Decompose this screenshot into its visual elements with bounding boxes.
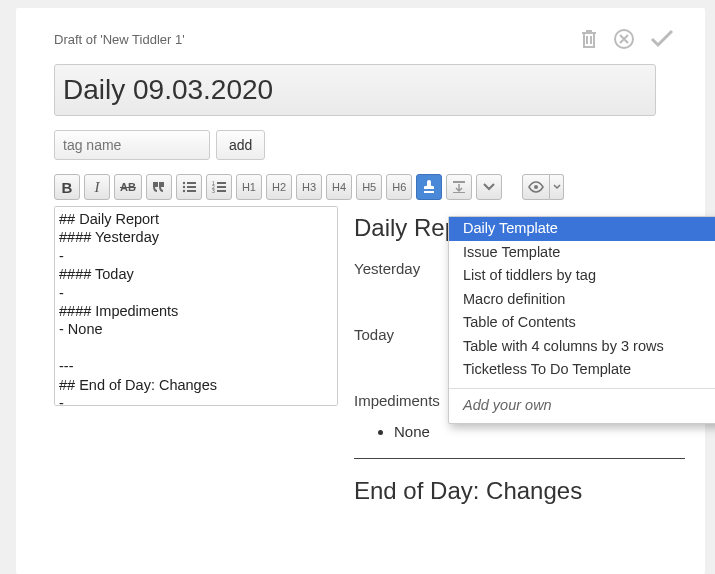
action-icons xyxy=(579,28,675,50)
preview-eod-title: End of Day: Changes xyxy=(354,477,685,505)
preview-eod-list: . xyxy=(354,523,685,540)
svg-rect-10 xyxy=(217,186,226,188)
more-button[interactable] xyxy=(476,174,502,200)
cancel-icon[interactable] xyxy=(613,28,635,50)
stamp-dropdown: Daily Template Issue Template List of ti… xyxy=(448,216,715,424)
dropdown-item-toc[interactable]: Table of Contents xyxy=(449,311,715,335)
h1-button[interactable]: H1 xyxy=(236,174,262,200)
dropdown-add-your-own[interactable]: Add your own xyxy=(449,389,715,423)
dropdown-item-table-4x3[interactable]: Table with 4 columns by 3 rows xyxy=(449,335,715,359)
svg-point-1 xyxy=(183,182,185,184)
svg-rect-15 xyxy=(453,192,465,193)
dropdown-item-issue-template[interactable]: Issue Template xyxy=(449,241,715,265)
svg-rect-12 xyxy=(217,190,226,192)
quote-button[interactable] xyxy=(146,174,172,200)
delete-icon[interactable] xyxy=(579,28,599,50)
draft-header-row: Draft of 'New Tiddler 1' xyxy=(54,20,705,58)
svg-rect-6 xyxy=(187,190,196,192)
h6-button[interactable]: H6 xyxy=(386,174,412,200)
confirm-icon[interactable] xyxy=(649,28,675,50)
dropdown-item-ticketless-todo[interactable]: Ticketless To Do Template xyxy=(449,358,715,382)
dropdown-item-daily-template[interactable]: Daily Template xyxy=(449,217,715,241)
draft-label: Draft of 'New Tiddler 1' xyxy=(54,32,185,47)
h3-button[interactable]: H3 xyxy=(296,174,322,200)
preview-divider xyxy=(354,458,685,459)
svg-rect-4 xyxy=(187,186,196,188)
svg-text:3: 3 xyxy=(212,188,215,193)
preview-impediments-list: None xyxy=(354,423,685,440)
svg-rect-2 xyxy=(187,182,196,184)
preview-eye-button[interactable] xyxy=(522,174,550,200)
dropdown-item-macro-definition[interactable]: Macro definition xyxy=(449,288,715,312)
h5-button[interactable]: H5 xyxy=(356,174,382,200)
add-tag-button[interactable]: add xyxy=(216,130,265,160)
svg-rect-14 xyxy=(453,181,465,183)
dropdown-item-list-by-tag[interactable]: List of tiddlers by tag xyxy=(449,264,715,288)
numbered-list-button[interactable]: 123 xyxy=(206,174,232,200)
svg-rect-8 xyxy=(217,182,226,184)
svg-point-16 xyxy=(534,185,538,189)
format-toolbar: B I AB 123 H1 H2 H3 H4 H5 H6 xyxy=(54,174,705,200)
tag-row: add xyxy=(54,130,705,160)
stamp-button[interactable] xyxy=(416,174,442,200)
source-textarea[interactable] xyxy=(54,206,338,406)
svg-point-3 xyxy=(183,186,185,188)
bold-button[interactable]: B xyxy=(54,174,80,200)
strikethrough-button[interactable]: AB xyxy=(114,174,142,200)
svg-rect-13 xyxy=(424,191,434,193)
bullet-list-button[interactable] xyxy=(176,174,202,200)
list-item: None xyxy=(394,423,685,440)
title-input[interactable] xyxy=(54,64,656,116)
tag-name-combo[interactable] xyxy=(54,130,210,160)
insert-button[interactable] xyxy=(446,174,472,200)
h4-button[interactable]: H4 xyxy=(326,174,352,200)
preview-mode-dropdown[interactable] xyxy=(550,174,564,200)
preview-toggle-group xyxy=(522,174,564,200)
h2-button[interactable]: H2 xyxy=(266,174,292,200)
italic-button[interactable]: I xyxy=(84,174,110,200)
svg-point-5 xyxy=(183,190,185,192)
